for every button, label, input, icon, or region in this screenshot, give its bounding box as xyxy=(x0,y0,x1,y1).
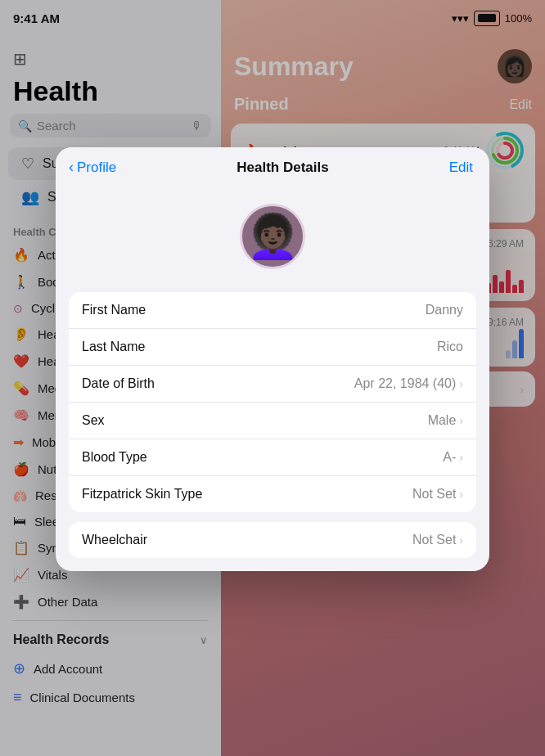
last-name-value: Rico xyxy=(437,340,463,354)
wheelchair-label: Wheelchair xyxy=(82,533,147,547)
sex-chevron: › xyxy=(459,414,463,427)
skin-type-value: Not Set › xyxy=(412,487,463,502)
health-details-form: First Name Danny Last Name Rico Date of … xyxy=(69,292,476,512)
wheelchair-row[interactable]: Wheelchair Not Set › xyxy=(69,522,476,558)
modal-avatar-area: 👩🏿‍🦱 xyxy=(56,184,489,292)
dob-label: Date of Birth xyxy=(82,376,155,391)
health-details-modal: ‹ Profile Health Details Edit 👩🏿‍🦱 First… xyxy=(56,147,489,571)
wheelchair-section: Wheelchair Not Set › xyxy=(69,522,476,558)
chevron-left-icon: ‹ xyxy=(69,159,74,176)
sex-row[interactable]: Sex Male › xyxy=(69,403,476,439)
modal-back-button[interactable]: ‹ Profile xyxy=(69,159,116,176)
last-name-row[interactable]: Last Name Rico xyxy=(69,329,476,366)
dob-value: Apr 22, 1984 (40) › xyxy=(354,376,463,391)
blood-type-row[interactable]: Blood Type A- › xyxy=(69,439,476,476)
blood-type-value: A- › xyxy=(443,450,463,465)
modal-edit-button[interactable]: Edit xyxy=(449,160,473,176)
last-name-label: Last Name xyxy=(82,340,145,354)
first-name-row[interactable]: First Name Danny xyxy=(69,292,476,329)
skin-type-row[interactable]: Fitzpatrick Skin Type Not Set › xyxy=(69,476,476,512)
wheelchair-value: Not Set › xyxy=(412,533,463,547)
blood-type-label: Blood Type xyxy=(82,450,147,465)
modal-avatar: 👩🏿‍🦱 xyxy=(240,204,305,269)
modal-nav-bar: ‹ Profile Health Details Edit xyxy=(56,147,489,184)
modal-title: Health Details xyxy=(236,160,328,176)
blood-type-chevron: › xyxy=(459,451,463,464)
skin-type-label: Fitzpatrick Skin Type xyxy=(82,487,202,502)
first-name-label: First Name xyxy=(82,303,146,317)
avatar-emoji: 👩🏿‍🦱 xyxy=(246,212,300,262)
modal-back-label: Profile xyxy=(77,160,116,176)
wheelchair-chevron: › xyxy=(459,533,463,547)
modal-overlay: ‹ Profile Health Details Edit 👩🏿‍🦱 First… xyxy=(0,0,545,756)
sex-value: Male › xyxy=(428,413,463,428)
sex-label: Sex xyxy=(82,413,105,428)
dob-chevron: › xyxy=(459,377,463,390)
dob-row[interactable]: Date of Birth Apr 22, 1984 (40) › xyxy=(69,366,476,403)
skin-type-chevron: › xyxy=(459,488,463,501)
first-name-value: Danny xyxy=(426,303,463,317)
